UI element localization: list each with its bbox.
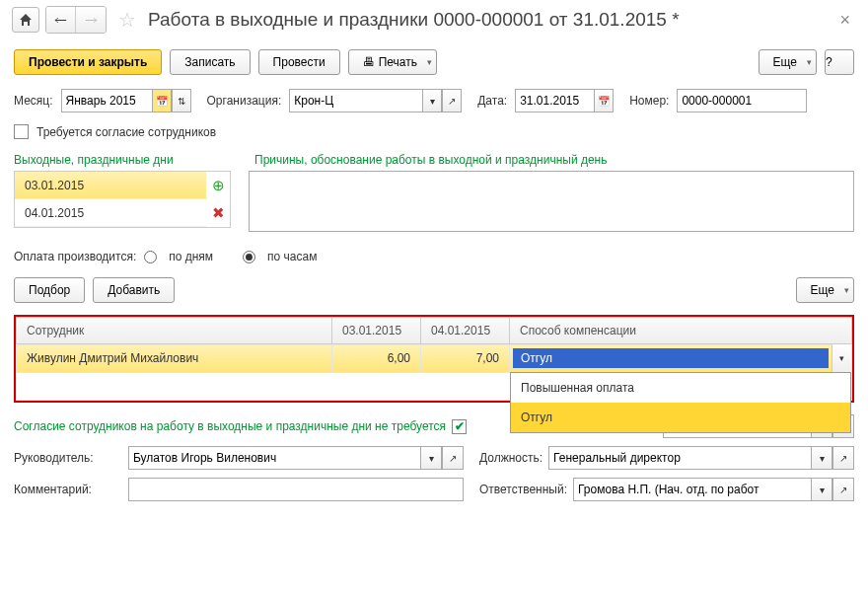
date-input[interactable] <box>515 89 594 112</box>
print-button[interactable]: 🖶Печать <box>348 49 437 75</box>
printer-icon: 🖶 <box>363 55 375 69</box>
position-input[interactable] <box>548 446 811 470</box>
open-icon[interactable]: ↗ <box>832 478 854 501</box>
col-compensation[interactable]: Способ компенсации <box>510 318 852 344</box>
date-label: Дата: <box>477 94 507 108</box>
manager-label: Руководитель: <box>14 451 122 465</box>
org-dropdown-icon[interactable]: ▾ <box>422 89 442 112</box>
home-button[interactable] <box>12 7 39 33</box>
page-title: Работа в выходные и праздники 0000-00000… <box>148 9 828 31</box>
dropdown-icon[interactable]: ▾ <box>811 446 832 470</box>
compensation-option[interactable]: Отгул <box>511 403 850 432</box>
org-open-icon[interactable]: ↗ <box>442 89 462 112</box>
remove-date-icon[interactable]: ✖ <box>206 199 230 227</box>
consent-status-checkbox[interactable]: ✔ <box>452 419 467 434</box>
save-button[interactable]: Записать <box>170 49 250 75</box>
holiday-dates-list: 03.01.2015 ⊕ 04.01.2015 ✖ <box>14 171 231 228</box>
favorite-star-icon[interactable]: ☆ <box>118 8 136 32</box>
org-input[interactable] <box>289 89 422 112</box>
close-icon[interactable]: × <box>833 10 856 31</box>
col-date1[interactable]: 03.01.2015 <box>332 318 421 344</box>
help-button[interactable]: ? <box>825 49 854 75</box>
responsible-input[interactable] <box>573 478 811 501</box>
employee-cell[interactable]: Живулин Дмитрий Михайлович <box>17 344 332 373</box>
reasons-section-label: Причины, обоснование работы в выходной и… <box>254 153 607 167</box>
compensation-cell[interactable]: Отгул ▾ Повышенная оплата Отгул <box>510 344 852 373</box>
back-button[interactable]: 🡐 <box>46 7 76 33</box>
dropdown-icon[interactable]: ▾ <box>811 478 832 501</box>
by-hours-radio[interactable] <box>243 251 255 263</box>
compensation-value: Отгул <box>513 348 829 368</box>
reason-textarea[interactable] <box>249 171 854 232</box>
consent-status-text: Согласие сотрудников на работу в выходны… <box>14 419 446 433</box>
add-date-icon[interactable]: ⊕ <box>206 172 230 199</box>
calendar-icon[interactable]: 📅 <box>594 89 614 112</box>
table-row[interactable]: Живулин Дмитрий Михайлович 6,00 7,00 Отг… <box>17 344 852 373</box>
open-icon[interactable]: ↗ <box>442 446 464 470</box>
payment-label: Оплата производится: <box>14 250 136 263</box>
month-label: Месяц: <box>14 94 53 108</box>
org-label: Организация: <box>207 94 282 108</box>
responsible-label: Ответственный: <box>479 483 567 496</box>
forward-button[interactable]: 🡒 <box>76 7 106 33</box>
comment-label: Комментарий: <box>14 483 122 496</box>
check-icon: ✔ <box>455 419 465 433</box>
manager-input[interactable] <box>128 446 420 470</box>
dropdown-icon[interactable]: ▾ <box>420 446 442 470</box>
post-button[interactable]: Провести <box>258 49 340 75</box>
consent-required-label: Требуется согласие сотрудников <box>36 125 216 139</box>
number-label: Номер: <box>629 94 669 108</box>
compensation-dropdown: Повышенная оплата Отгул <box>510 372 851 433</box>
compensation-option[interactable]: Повышенная оплата <box>511 373 850 403</box>
employee-table: Сотрудник 03.01.2015 04.01.2015 Способ к… <box>16 317 852 401</box>
comment-input[interactable] <box>128 478 464 501</box>
add-button[interactable]: Добавить <box>93 277 175 303</box>
hours-cell-2[interactable]: 7,00 <box>421 344 510 373</box>
number-input[interactable] <box>677 89 807 112</box>
col-employee[interactable]: Сотрудник <box>17 318 332 344</box>
hours-cell-1[interactable]: 6,00 <box>332 344 421 373</box>
open-icon[interactable]: ↗ <box>832 446 854 470</box>
post-and-close-button[interactable]: Провести и закрыть <box>14 49 162 75</box>
col-date2[interactable]: 04.01.2015 <box>421 318 510 344</box>
by-days-radio[interactable] <box>144 251 157 263</box>
date-item[interactable]: 03.01.2015 <box>15 172 206 199</box>
month-input[interactable] <box>61 89 152 112</box>
holidays-section-label: Выходные, праздничные дни <box>14 153 247 167</box>
month-picker-icon[interactable]: 📅 <box>152 89 172 112</box>
by-hours-label: по часам <box>267 250 317 263</box>
consent-required-checkbox[interactable] <box>14 124 29 139</box>
position-label: Должность: <box>479 451 542 465</box>
month-spin-icon[interactable]: ⇅ <box>172 89 191 112</box>
more-button[interactable]: Еще <box>759 49 817 75</box>
table-more-button[interactable]: Еще <box>796 277 854 303</box>
pick-button[interactable]: Подбор <box>14 277 85 303</box>
by-days-label: по дням <box>169 250 213 263</box>
date-item[interactable]: 04.01.2015 <box>15 199 206 227</box>
compensation-dropdown-icon[interactable]: ▾ <box>832 344 851 372</box>
